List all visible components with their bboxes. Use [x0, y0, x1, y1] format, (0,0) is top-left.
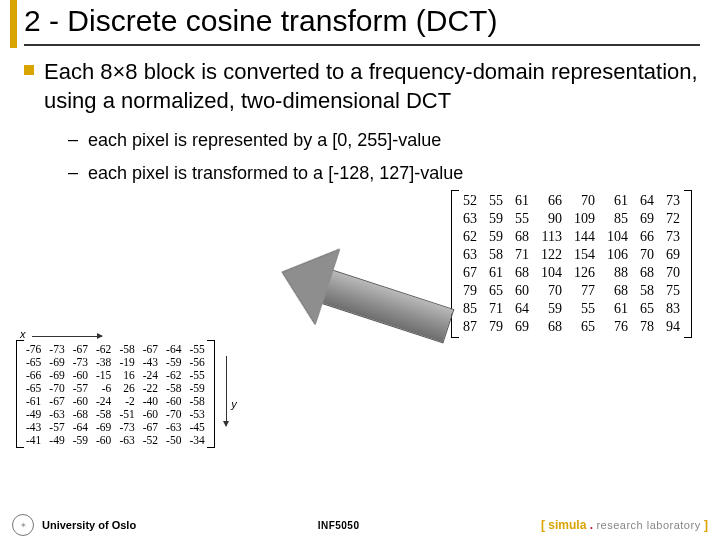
axis-y-label: y	[231, 398, 237, 410]
matrix-cell: 60	[509, 282, 535, 300]
matrix-row: -65-70-57-626-22-58-59	[22, 381, 209, 394]
matrix-cell: -59	[185, 381, 208, 394]
matrix-cell: 144	[568, 228, 601, 246]
slide-footer: ✶ University of Oslo INF5050 [ simula . …	[0, 514, 720, 540]
matrix-cell: -22	[139, 381, 162, 394]
matrix-cell: -63	[115, 433, 138, 446]
matrix-cell: 68	[509, 228, 535, 246]
matrix-cell: 78	[634, 318, 660, 336]
bullet-square-icon	[24, 65, 34, 75]
matrix-cell: -58	[162, 381, 185, 394]
matrix-cell: 70	[660, 264, 686, 282]
slide-title: 2 - Discrete cosine transform (DCT)	[24, 4, 700, 46]
matrix-row: 8571645955616583	[457, 300, 686, 318]
matrix-cell: 70	[535, 282, 568, 300]
matrix-cell: -65	[22, 381, 45, 394]
matrix-cell: 59	[483, 228, 509, 246]
matrix-cell: -60	[69, 394, 92, 407]
matrix-bracket: 5255616670616473635955901098569726259681…	[451, 190, 692, 338]
matrix-cell: 64	[634, 192, 660, 210]
matrix-cell: 65	[568, 318, 601, 336]
slide: 2 - Discrete cosine transform (DCT) Each…	[0, 0, 720, 540]
matrix-cell: -73	[115, 420, 138, 433]
axis-y-arrow-icon	[226, 356, 227, 426]
matrix-cell: 58	[634, 282, 660, 300]
matrix-cell: -49	[22, 407, 45, 420]
matrix-cell: 83	[660, 300, 686, 318]
matrix-cell: 68	[634, 264, 660, 282]
matrix-cell: -15	[92, 368, 115, 381]
matrix-cell: -61	[22, 394, 45, 407]
matrix-row: -76-73-67-62-58-67-64-55	[22, 342, 209, 355]
matrix-cell: 61	[601, 300, 634, 318]
matrix-cell: -57	[69, 381, 92, 394]
matrix-row: 5255616670616473	[457, 192, 686, 210]
matrix-cell: 77	[568, 282, 601, 300]
matrix-cell: -67	[139, 342, 162, 355]
matrix-row: 676168104126886870	[457, 264, 686, 282]
matrix-cell: -73	[45, 342, 68, 355]
matrix-cell: -49	[45, 433, 68, 446]
matrix-cell: -24	[92, 394, 115, 407]
matrix-cell: -63	[45, 407, 68, 420]
matrix-cell: -64	[162, 342, 185, 355]
matrix-cell: 79	[483, 318, 509, 336]
title-accent	[10, 0, 17, 48]
matrix-row: -66-69-60-1516-24-62-55	[22, 368, 209, 381]
matrix-cell: 68	[601, 282, 634, 300]
matrix-cell: 69	[509, 318, 535, 336]
matrix-cell: 70	[568, 192, 601, 210]
matrix-cell: -55	[185, 342, 208, 355]
matrix-cell: 66	[535, 192, 568, 210]
matrix-cell: -65	[22, 355, 45, 368]
matrix-original: 5255616670616473635955901098569726259681…	[451, 190, 692, 338]
matrix-cell: -51	[115, 407, 138, 420]
matrix-cell: 62	[457, 228, 483, 246]
sub-bullet-1-text: each pixel is represented by a [0, 255]-…	[88, 129, 441, 152]
matrix-cell: 90	[535, 210, 568, 228]
transform-arrow	[270, 234, 466, 366]
matrix-cell: -70	[45, 381, 68, 394]
matrix-cell: 122	[535, 246, 568, 264]
matrix-cell: -50	[162, 433, 185, 446]
matrix-cell: 66	[634, 228, 660, 246]
matrix-cell: -60	[69, 368, 92, 381]
matrix-cell: -68	[69, 407, 92, 420]
matrix-cell: 59	[535, 300, 568, 318]
matrix-cell: 52	[457, 192, 483, 210]
matrix-cell: 87	[457, 318, 483, 336]
matrix-cell: -2	[115, 394, 138, 407]
matrix-row: 6259681131441046673	[457, 228, 686, 246]
logo-bracket-right: ]	[701, 518, 708, 532]
matrix-cell: -59	[69, 433, 92, 446]
uio-seal-icon: ✶	[12, 514, 34, 536]
matrix-row: 6358711221541067069	[457, 246, 686, 264]
bullet-dash-icon: –	[68, 162, 78, 184]
matrix-cell: -70	[162, 407, 185, 420]
matrix-cell: 63	[457, 210, 483, 228]
matrix-row: -65-69-73-38-19-43-59-56	[22, 355, 209, 368]
footer-simula-logo: [ simula . research laboratory ]	[541, 518, 708, 532]
matrix-cell: 70	[634, 246, 660, 264]
slide-body: Each 8×8 block is converted to a frequen…	[24, 58, 700, 194]
matrix-cell: -59	[162, 355, 185, 368]
matrix-cell: -56	[185, 355, 208, 368]
matrix-cell: -73	[69, 355, 92, 368]
matrix-cell: 61	[483, 264, 509, 282]
matrix-cell: -43	[22, 420, 45, 433]
matrix-cell: 88	[601, 264, 634, 282]
sub-bullet-2-text: each pixel is transformed to a [-128, 12…	[88, 162, 463, 185]
matrix-cell: 64	[509, 300, 535, 318]
matrix-cell: -52	[139, 433, 162, 446]
matrix-cell: 67	[457, 264, 483, 282]
matrix-cell: -64	[69, 420, 92, 433]
matrix-cell: -69	[45, 355, 68, 368]
matrix-row: -61-67-60-24-2-40-60-58	[22, 394, 209, 407]
matrix-shifted: y -76-73-67-62-58-67-64-55-65-69-73-38-1…	[16, 340, 215, 448]
matrix-cell: 65	[483, 282, 509, 300]
matrix-cell: 71	[509, 246, 535, 264]
logo-name: simula	[548, 518, 586, 532]
matrix-cell: 126	[568, 264, 601, 282]
matrix-cell: 75	[660, 282, 686, 300]
arrow-head-icon	[270, 234, 340, 325]
